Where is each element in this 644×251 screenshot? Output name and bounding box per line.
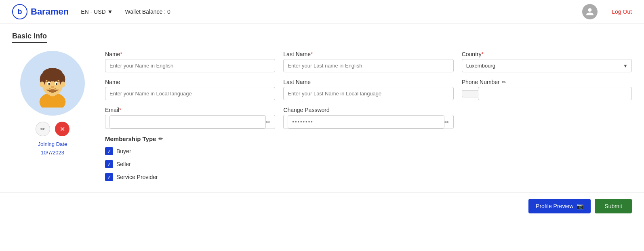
phone-row bbox=[462, 87, 632, 100]
password-input-wrapper: ✏ bbox=[283, 115, 453, 129]
close-icon: ✕ bbox=[60, 125, 65, 133]
checkbox-service-provider: ✓ Service Provider bbox=[105, 173, 632, 181]
user-avatar-icon[interactable] bbox=[582, 4, 598, 19]
form-area: Name* Last Name* Country* bbox=[105, 51, 632, 184]
section-title: Basic Info bbox=[12, 32, 47, 43]
action-buttons: ✏ ✕ bbox=[36, 122, 69, 136]
pencil-icon-phone: ✏ bbox=[502, 79, 506, 85]
name-local-label: Name bbox=[105, 79, 275, 85]
email-label: Email* bbox=[105, 107, 275, 113]
pencil-icon-password[interactable]: ✏ bbox=[444, 119, 449, 125]
avatar-circle bbox=[20, 51, 85, 116]
service-provider-checkbox[interactable]: ✓ bbox=[105, 173, 113, 181]
delete-avatar-button[interactable]: ✕ bbox=[55, 122, 69, 136]
submit-button[interactable]: Submit bbox=[595, 199, 632, 213]
seller-checkbox[interactable]: ✓ bbox=[105, 160, 113, 168]
edit-avatar-button[interactable]: ✏ bbox=[36, 122, 50, 136]
joining-date-section: Joining Date 10/7/2023 bbox=[38, 140, 67, 157]
pencil-icon-membership[interactable]: ✏ bbox=[158, 136, 163, 142]
svg-point-12 bbox=[56, 83, 58, 85]
wallet-balance: Wallet Balance : 0 bbox=[125, 8, 170, 15]
last-name-english-label: Last Name* bbox=[283, 51, 453, 57]
phone-prefix bbox=[462, 90, 478, 97]
membership-group: Membership Type ✏ ✓ Buyer ✓ Seller ✓ Ser… bbox=[105, 135, 632, 184]
phone-input[interactable] bbox=[478, 87, 632, 100]
form-row-1: Name* Last Name* Country* bbox=[105, 51, 632, 72]
name-english-label: Name* bbox=[105, 51, 275, 57]
email-input[interactable] bbox=[109, 115, 266, 129]
svg-point-11 bbox=[48, 83, 50, 85]
joining-date-value: 10/7/2023 bbox=[38, 149, 67, 157]
last-name-english-group: Last Name* bbox=[283, 51, 453, 72]
name-english-input[interactable] bbox=[105, 59, 275, 72]
main-content: Basic Info bbox=[0, 24, 644, 192]
country-group: Country* Luxembourg France Germany Unite… bbox=[462, 51, 632, 72]
membership-label-row: Membership Type ✏ bbox=[105, 135, 632, 142]
buyer-checkbox[interactable]: ✓ bbox=[105, 147, 113, 155]
email-input-wrapper: ✏ bbox=[105, 115, 275, 129]
logo-icon: b bbox=[12, 4, 27, 19]
checkbox-buyer: ✓ Buyer bbox=[105, 147, 632, 155]
membership-label-text: Membership Type bbox=[105, 135, 156, 142]
profile-left: ✏ ✕ Joining Date 10/7/2023 bbox=[12, 51, 93, 157]
last-name-local-label: Last Name bbox=[283, 79, 453, 85]
last-name-local-input[interactable] bbox=[283, 87, 453, 100]
country-label: Country* bbox=[462, 51, 632, 57]
profile-preview-button[interactable]: Profile Preview 📷 bbox=[528, 199, 591, 213]
form-row-3: Email* ✏ Change Password ✏ bbox=[105, 107, 632, 129]
password-label: Change Password bbox=[283, 107, 453, 113]
preview-label: Profile Preview bbox=[536, 203, 573, 209]
seller-label: Seller bbox=[116, 161, 131, 167]
header: b Baramen EN - USD ▼ Wallet Balance : 0 … bbox=[0, 0, 644, 24]
lang-chevron-icon: ▼ bbox=[107, 8, 113, 15]
joining-date-label: Joining Date bbox=[38, 140, 67, 149]
svg-point-13 bbox=[51, 86, 54, 88]
country-select-wrapper: Luxembourg France Germany United States … bbox=[462, 59, 632, 72]
form-row-2: Name Last Name Phone Number ✏ bbox=[105, 79, 632, 100]
email-group: Email* ✏ bbox=[105, 107, 275, 129]
content-area: ✏ ✕ Joining Date 10/7/2023 Name* bbox=[12, 51, 632, 184]
svg-point-7 bbox=[40, 81, 44, 87]
last-name-english-input[interactable] bbox=[283, 59, 453, 72]
service-provider-label: Service Provider bbox=[116, 174, 158, 180]
footer-buttons: Profile Preview 📷 Submit bbox=[0, 192, 644, 219]
logo-area[interactable]: b Baramen bbox=[12, 4, 69, 19]
pencil-icon: ✏ bbox=[40, 126, 45, 132]
phone-group: Phone Number ✏ bbox=[462, 79, 632, 100]
name-local-input[interactable] bbox=[105, 87, 275, 100]
password-group: Change Password ✏ bbox=[283, 107, 453, 129]
country-select[interactable]: Luxembourg France Germany United States bbox=[462, 59, 632, 72]
avatar-image bbox=[28, 59, 77, 108]
empty-group bbox=[462, 107, 632, 129]
logo-text: Baramen bbox=[31, 6, 69, 17]
lang-selector[interactable]: EN - USD ▼ bbox=[81, 8, 113, 15]
last-name-local-group: Last Name bbox=[283, 79, 453, 100]
logout-button[interactable]: Log Out bbox=[612, 8, 632, 15]
name-english-group: Name* bbox=[105, 51, 275, 72]
name-local-group: Name bbox=[105, 79, 275, 100]
lang-label: EN - USD bbox=[81, 8, 105, 15]
pencil-icon-email[interactable]: ✏ bbox=[266, 119, 271, 125]
svg-point-8 bbox=[61, 81, 65, 87]
buyer-label: Buyer bbox=[116, 148, 131, 154]
phone-label: Phone Number ✏ bbox=[462, 79, 632, 85]
password-input[interactable] bbox=[288, 115, 444, 129]
camera-icon: 📷 bbox=[577, 203, 583, 209]
checkbox-seller: ✓ Seller bbox=[105, 160, 632, 168]
